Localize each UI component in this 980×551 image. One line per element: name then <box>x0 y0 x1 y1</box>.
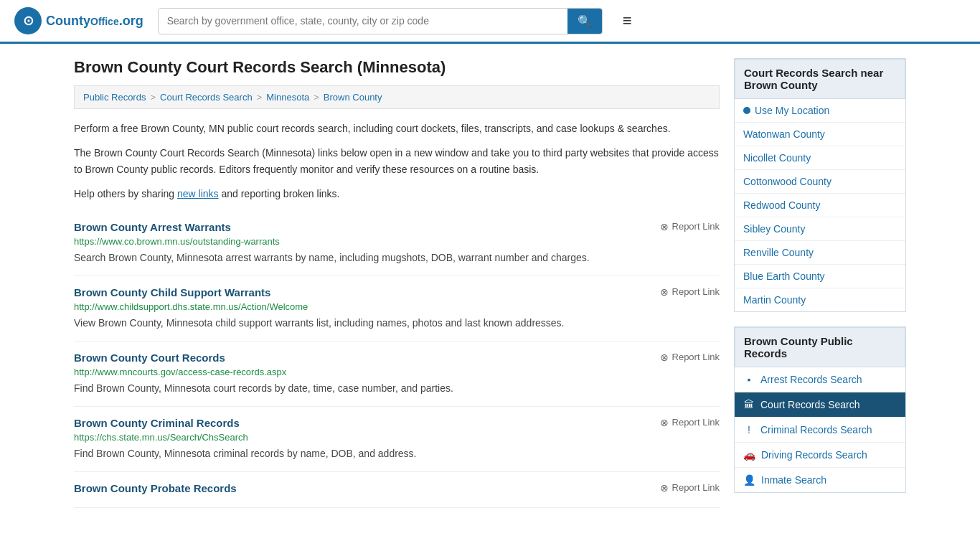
breadcrumb-minnesota[interactable]: Minnesota <box>266 92 309 103</box>
nearby-section: Court Records Search near Brown County U… <box>734 58 906 312</box>
description-para1: Perform a free Brown County, MN public c… <box>74 121 720 136</box>
record-type-icon: ▪ <box>743 374 755 385</box>
sidebar: Court Records Search near Brown County U… <box>734 58 906 508</box>
public-records-section: Brown County Public Records ▪ Arrest Rec… <box>734 326 906 493</box>
record-type-icon: 🚗 <box>743 449 755 461</box>
record-type-icon: 🏛 <box>743 399 755 410</box>
record-title-4[interactable]: Brown County Probate Records <box>74 482 237 494</box>
report-link-btn-1[interactable]: ⊗ Report Link <box>660 286 720 298</box>
record-type-icon: 👤 <box>743 474 755 486</box>
nearby-county-item: Redwood County <box>735 194 905 217</box>
record-item-header: Brown County Court Records ⊗ Report Link <box>74 352 720 364</box>
record-title-1[interactable]: Brown County Child Support Warrants <box>74 286 270 298</box>
record-url-3: https://chs.state.mn.us/Search/ChsSearch <box>74 432 720 443</box>
search-button[interactable]: 🔍 <box>567 9 602 34</box>
nearby-county-item: Watonwan County <box>735 123 905 146</box>
description-para3: Help others by sharing new links and rep… <box>74 186 720 202</box>
record-item-header: Brown County Child Support Warrants ⊗ Re… <box>74 286 720 298</box>
record-url-2: http://www.mncourts.gov/access-case-reco… <box>74 367 720 377</box>
public-records-item: 🏛 Court Records Search <box>735 392 905 418</box>
public-records-item: ! Criminal Records Search <box>735 418 905 443</box>
record-title-3[interactable]: Brown County Criminal Records <box>74 417 240 429</box>
public-records-link-1[interactable]: 🏛 Court Records Search <box>735 392 905 417</box>
public-records-link-0[interactable]: ▪ Arrest Records Search <box>735 367 905 392</box>
nearby-county-link-6[interactable]: Blue Earth County <box>735 265 905 288</box>
search-icon: 🔍 <box>578 15 592 27</box>
breadcrumb-sep-3: > <box>314 92 319 103</box>
record-title-0[interactable]: Brown County Arrest Warrants <box>74 221 231 233</box>
record-type-icon: ! <box>743 424 755 435</box>
report-link-btn-3[interactable]: ⊗ Report Link <box>660 417 720 428</box>
public-records-item: 🚗 Driving Records Search <box>735 443 905 468</box>
content-area: Brown County Court Records Search (Minne… <box>74 58 720 508</box>
nearby-county-link-4[interactable]: Sibley County <box>735 217 905 240</box>
breadcrumb-public-records[interactable]: Public Records <box>83 92 146 103</box>
record-item-header: Brown County Arrest Warrants ⊗ Report Li… <box>74 221 720 233</box>
breadcrumb-court-records[interactable]: Court Records Search <box>160 92 253 103</box>
record-item: Brown County Court Records ⊗ Report Link… <box>74 342 720 407</box>
logo-text: CountyOffice.org <box>46 14 143 29</box>
record-desc-1: View Brown County, Minnesota child suppo… <box>74 316 720 331</box>
nearby-county-item: Renville County <box>735 241 905 265</box>
record-url-1: http://www.childsupport.dhs.state.mn.us/… <box>74 301 720 312</box>
use-location-btn[interactable]: Use My Location <box>735 99 905 123</box>
record-item-header: Brown County Criminal Records ⊗ Report L… <box>74 417 720 429</box>
public-records-title: Brown County Public Records <box>735 327 905 367</box>
search-input[interactable] <box>159 9 567 32</box>
report-link-btn-4[interactable]: ⊗ Report Link <box>660 482 720 494</box>
breadcrumb: Public Records > Court Records Search > … <box>74 85 720 109</box>
report-icon: ⊗ <box>660 482 669 494</box>
record-url-0: https://www.co.brown.mn.us/outstanding-w… <box>74 236 720 247</box>
nearby-counties-list: Watonwan CountyNicollet CountyCottonwood… <box>735 123 905 311</box>
nearby-county-link-0[interactable]: Watonwan County <box>735 123 905 146</box>
location-icon <box>743 107 750 114</box>
description-para2: The Brown County Court Records Search (M… <box>74 145 720 177</box>
public-records-item: ▪ Arrest Records Search <box>735 367 905 392</box>
record-desc-2: Find Brown County, Minnesota court recor… <box>74 381 720 396</box>
report-icon: ⊗ <box>660 221 669 232</box>
public-records-link-3[interactable]: 🚗 Driving Records Search <box>735 443 905 467</box>
nearby-county-item: Blue Earth County <box>735 265 905 288</box>
public-records-item: 👤 Inmate Search <box>735 468 905 492</box>
logo-org: Office <box>90 16 119 27</box>
public-records-link-2[interactable]: ! Criminal Records Search <box>735 418 905 442</box>
breadcrumb-sep-1: > <box>150 92 156 103</box>
nearby-county-item: Cottonwood County <box>735 170 905 194</box>
record-title-2[interactable]: Brown County Court Records <box>74 352 225 364</box>
report-link-btn-2[interactable]: ⊗ Report Link <box>660 352 720 363</box>
nearby-county-link-1[interactable]: Nicollet County <box>735 146 905 169</box>
nearby-title: Court Records Search near Brown County <box>735 59 905 99</box>
report-icon: ⊗ <box>660 417 669 428</box>
site-header: ⊙ CountyOffice.org 🔍 ≡ <box>0 0 980 44</box>
logo-link[interactable]: ⊙ CountyOffice.org <box>14 7 143 34</box>
records-list: Brown County Arrest Warrants ⊗ Report Li… <box>74 211 720 508</box>
report-icon: ⊗ <box>660 352 669 363</box>
record-item: Brown County Probate Records ⊗ Report Li… <box>74 472 720 508</box>
record-item: Brown County Criminal Records ⊗ Report L… <box>74 407 720 472</box>
breadcrumb-brown-county[interactable]: Brown County <box>324 92 382 103</box>
nearby-county-link-5[interactable]: Renville County <box>735 241 905 264</box>
report-link-btn-0[interactable]: ⊗ Report Link <box>660 221 720 232</box>
hamburger-icon: ≡ <box>623 11 632 29</box>
nearby-county-link-2[interactable]: Cottonwood County <box>735 170 905 193</box>
main-container: Brown County Court Records Search (Minne… <box>60 44 920 522</box>
nearby-county-item: Sibley County <box>735 217 905 241</box>
nearby-county-link-3[interactable]: Redwood County <box>735 194 905 217</box>
new-links-link[interactable]: new links <box>177 188 219 199</box>
public-records-list: ▪ Arrest Records Search 🏛 Court Records … <box>735 367 905 492</box>
nearby-county-item: Nicollet County <box>735 146 905 170</box>
report-icon: ⊗ <box>660 286 669 298</box>
record-item-header: Brown County Probate Records ⊗ Report Li… <box>74 482 720 494</box>
public-records-link-4[interactable]: 👤 Inmate Search <box>735 468 905 492</box>
logo-icon: ⊙ <box>14 7 42 34</box>
breadcrumb-sep-2: > <box>257 92 263 103</box>
menu-button[interactable]: ≡ <box>617 9 638 33</box>
page-title: Brown County Court Records Search (Minne… <box>74 58 720 77</box>
nearby-county-item: Martin County <box>735 288 905 311</box>
record-item: Brown County Arrest Warrants ⊗ Report Li… <box>74 211 720 276</box>
nearby-county-link-7[interactable]: Martin County <box>735 288 905 311</box>
record-desc-0: Search Brown County, Minnesota arrest wa… <box>74 250 720 265</box>
record-desc-3: Find Brown County, Minnesota criminal re… <box>74 446 720 461</box>
record-item: Brown County Child Support Warrants ⊗ Re… <box>74 276 720 342</box>
search-bar: 🔍 <box>158 8 603 34</box>
